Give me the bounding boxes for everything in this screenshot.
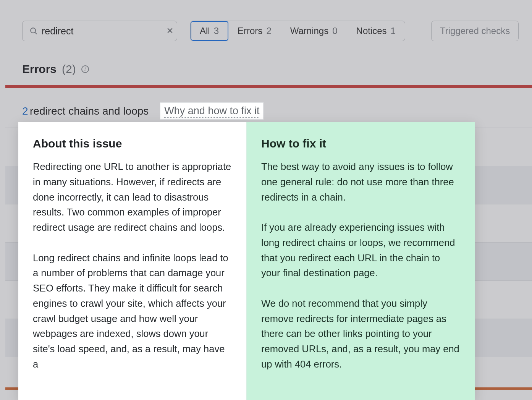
- filter-tab-errors[interactable]: Errors 2: [228, 21, 281, 41]
- filter-tab-notices[interactable]: Notices 1: [347, 21, 405, 41]
- filter-label: All: [200, 26, 210, 36]
- info-icon[interactable]: i: [81, 65, 89, 73]
- triggered-checks-button[interactable]: Triggered checks: [431, 21, 519, 41]
- clear-search-button[interactable]: [166, 26, 174, 36]
- fix-panel: How to fix it The best way to avoid any …: [247, 122, 475, 400]
- svg-point-0: [31, 28, 36, 33]
- controls-row: All 3 Errors 2 Warnings 0 Notices 1 Trig…: [22, 21, 532, 41]
- issue-count: 2: [22, 105, 28, 117]
- errors-divider: [5, 85, 532, 88]
- filter-tab-warnings[interactable]: Warnings 0: [281, 21, 347, 41]
- about-body: Redirecting one URL to another is approp…: [33, 159, 232, 372]
- filter-count: 3: [214, 26, 219, 36]
- issue-help-popover: About this issue Redirecting one URL to …: [18, 122, 475, 400]
- fix-heading: How to fix it: [261, 137, 461, 150]
- search-input[interactable]: [38, 26, 166, 37]
- about-heading: About this issue: [33, 137, 232, 150]
- about-panel: About this issue Redirecting one URL to …: [18, 122, 247, 400]
- filter-tab-all[interactable]: All 3: [191, 21, 228, 41]
- fix-body: The best way to avoid any issues is to f…: [261, 159, 461, 372]
- svg-line-1: [35, 32, 37, 34]
- why-label: Why and how to fix it: [164, 105, 259, 118]
- section-count: (2): [62, 63, 76, 76]
- filter-label: Warnings: [290, 26, 328, 36]
- section-heading: Errors (2) i: [22, 63, 89, 76]
- close-icon: [166, 27, 174, 36]
- search-icon: [29, 27, 38, 35]
- issue-text: redirect chains and loops: [30, 105, 149, 117]
- section-label: Errors: [22, 63, 57, 76]
- filter-count: 0: [332, 26, 337, 36]
- triggered-label: Triggered checks: [440, 26, 510, 36]
- filter-label: Notices: [356, 26, 387, 36]
- filter-count: 1: [391, 26, 396, 36]
- filter-label: Errors: [238, 26, 262, 36]
- search-field[interactable]: [22, 21, 177, 41]
- issue-link[interactable]: 2 redirect chains and loops: [22, 105, 149, 117]
- why-and-how-button[interactable]: Why and how to fix it: [160, 102, 264, 120]
- issue-row: 2 redirect chains and loops Why and how …: [22, 102, 264, 120]
- filter-count: 2: [266, 26, 271, 36]
- filter-tabs: All 3 Errors 2 Warnings 0 Notices 1: [190, 21, 405, 41]
